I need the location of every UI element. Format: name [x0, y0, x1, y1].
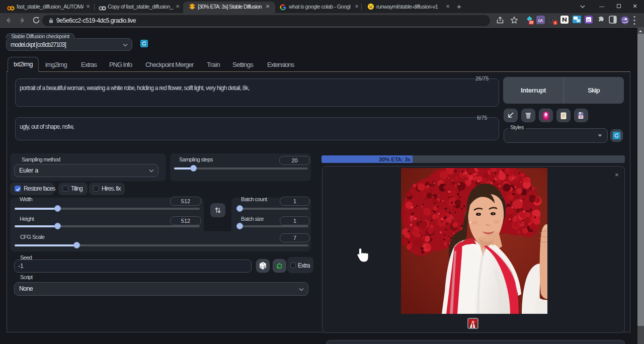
- svg-text:1: 1: [554, 21, 556, 25]
- svg-text:20: 20: [529, 21, 533, 24]
- svg-text:C: C: [587, 18, 590, 23]
- svg-text:IA: IA: [538, 18, 543, 23]
